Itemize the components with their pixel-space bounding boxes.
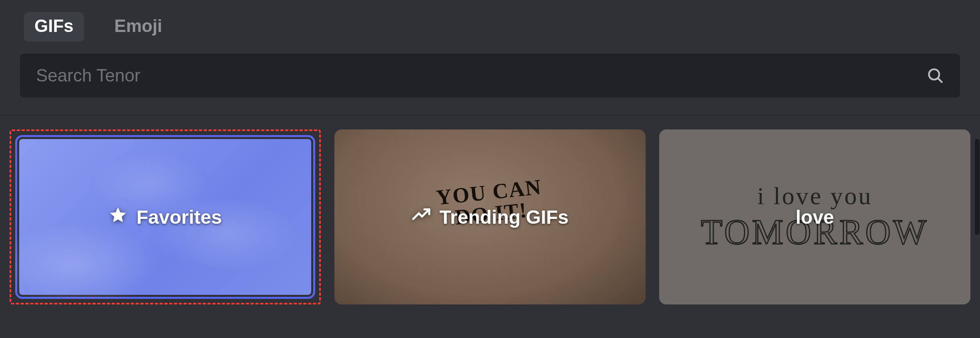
trending-up-icon	[412, 205, 431, 229]
category-card-trending[interactable]: YOU CAN DO IT! Trending GIFs	[334, 129, 646, 304]
picker-tabs: GIFs Emoji	[0, 0, 980, 42]
category-card-favorites[interactable]: Favorites	[15, 135, 315, 299]
gif-category-grid: Favorites YOU CAN DO IT! Trending GIFs	[0, 116, 980, 304]
vertical-scrollbar[interactable]	[974, 139, 980, 338]
scrollbar-thumb[interactable]	[975, 139, 980, 235]
star-icon	[108, 205, 128, 229]
card-label: love	[796, 206, 834, 228]
card-label: Trending GIFs	[412, 205, 569, 229]
card-label-text: Trending GIFs	[440, 206, 569, 228]
gif-picker-panel: GIFs Emoji Favor	[0, 0, 980, 338]
category-slot-trending: YOU CAN DO IT! Trending GIFs	[334, 129, 646, 304]
card-label-text: love	[796, 206, 834, 228]
card-label-text: Favorites	[136, 206, 222, 228]
tab-gifs[interactable]: GIFs	[24, 12, 84, 42]
search-bar[interactable]	[20, 54, 960, 97]
category-slot-love: i love you TOMORROW love	[659, 129, 970, 304]
search-input[interactable]	[36, 66, 926, 85]
search-icon	[926, 67, 944, 84]
category-slot-favorites: Favorites	[10, 129, 321, 304]
category-card-love[interactable]: i love you TOMORROW love	[659, 129, 970, 304]
svg-line-1	[938, 78, 942, 82]
card-label: Favorites	[108, 205, 222, 229]
tab-emoji[interactable]: Emoji	[104, 12, 173, 42]
